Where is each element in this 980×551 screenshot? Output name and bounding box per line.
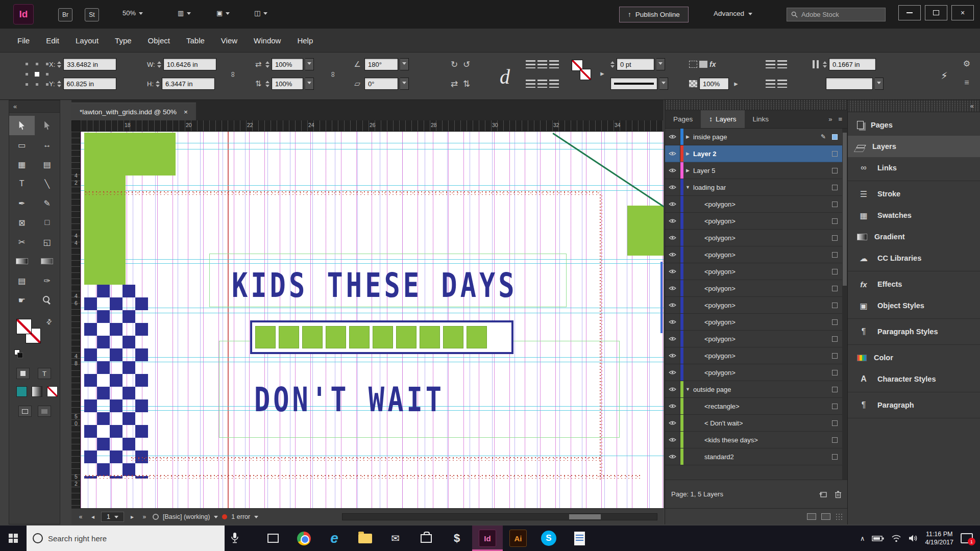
text-align-icon[interactable] bbox=[766, 80, 775, 88]
first-page-button[interactable]: « bbox=[77, 513, 85, 520]
align-icon[interactable] bbox=[526, 60, 535, 68]
free-transform-tool[interactable]: ◱ bbox=[35, 232, 60, 252]
constrain-dimensions-icon[interactable]: ∞ bbox=[229, 71, 238, 77]
scissors-tool[interactable]: ✂ bbox=[9, 232, 35, 252]
dock-collapse-icon[interactable]: « bbox=[970, 102, 974, 110]
taskbar-file-explorer[interactable] bbox=[350, 525, 380, 551]
target-box[interactable] bbox=[832, 202, 838, 207]
x-stepper[interactable] bbox=[57, 61, 61, 68]
target-box[interactable] bbox=[832, 420, 838, 426]
rotation-dropdown[interactable] bbox=[400, 58, 409, 70]
distribute-icon[interactable] bbox=[549, 80, 559, 88]
taskbar-money[interactable]: $ bbox=[442, 525, 472, 551]
scale-x-field[interactable]: 100% bbox=[272, 58, 303, 70]
layer-row-polygon[interactable]: <polygon> bbox=[665, 297, 843, 314]
tab-pages[interactable]: Pages bbox=[665, 110, 701, 128]
visibility-toggle[interactable] bbox=[665, 314, 680, 330]
pencil-tool[interactable]: ✎ bbox=[35, 193, 60, 213]
taskbar-store[interactable] bbox=[411, 525, 442, 551]
shear-dropdown[interactable] bbox=[400, 78, 409, 90]
scale-y-dropdown[interactable] bbox=[305, 78, 314, 90]
preview-mode-button[interactable] bbox=[38, 406, 51, 417]
shear-field[interactable]: 0° bbox=[364, 78, 398, 90]
resize-grip[interactable] bbox=[836, 513, 843, 520]
visibility-toggle[interactable] bbox=[665, 331, 680, 347]
gutter-stepper[interactable] bbox=[823, 61, 827, 68]
taskbar-skype[interactable]: S bbox=[533, 525, 564, 551]
speaker-icon[interactable] bbox=[909, 534, 918, 542]
arrange-documents-dropdown[interactable]: ◫ bbox=[254, 9, 267, 17]
pen-tool[interactable]: ✒ bbox=[9, 193, 35, 213]
dock-gradient[interactable]: Gradient bbox=[848, 226, 980, 247]
layer-row-standard2[interactable]: standard2 bbox=[665, 448, 843, 465]
layer-row-inside-page[interactable]: ▶inside page✎ bbox=[665, 129, 843, 145]
minimize-button[interactable] bbox=[898, 5, 921, 20]
battery-icon[interactable] bbox=[872, 535, 884, 542]
target-box[interactable] bbox=[832, 319, 838, 325]
wifi-icon[interactable] bbox=[891, 535, 901, 542]
stock-button[interactable]: St bbox=[85, 8, 99, 21]
frame-tool[interactable]: ⊠ bbox=[9, 213, 35, 232]
menu-view[interactable]: View bbox=[213, 36, 246, 45]
dock-layers[interactable]: Layers bbox=[848, 136, 980, 157]
stroke-style-dropdown[interactable] bbox=[659, 78, 668, 90]
opacity-field[interactable]: 100% bbox=[699, 78, 729, 90]
scale-y-field[interactable]: 100% bbox=[272, 78, 303, 90]
line-tool[interactable]: ╲ bbox=[35, 174, 60, 193]
rectangle-tool[interactable]: □ bbox=[35, 213, 60, 232]
align-icon[interactable] bbox=[549, 60, 559, 68]
start-button[interactable] bbox=[0, 525, 27, 551]
tab-close-icon[interactable]: × bbox=[184, 108, 188, 116]
target-box[interactable] bbox=[832, 303, 838, 308]
visibility-toggle[interactable] bbox=[665, 297, 680, 313]
formatting-affects-container-button[interactable] bbox=[16, 368, 30, 379]
visibility-toggle[interactable] bbox=[665, 246, 680, 263]
dock-drag-strip[interactable]: « bbox=[848, 100, 980, 112]
hand-tool[interactable]: ☛ bbox=[9, 290, 35, 310]
menu-type[interactable]: Type bbox=[107, 36, 140, 45]
target-box[interactable] bbox=[832, 252, 838, 258]
apply-color-button[interactable] bbox=[16, 386, 27, 397]
horizontal-ruler[interactable]: 182022242628303234 bbox=[81, 120, 664, 132]
content-collector-tool[interactable]: ▦ bbox=[9, 155, 35, 174]
distribute-icon[interactable] bbox=[526, 80, 535, 88]
visibility-toggle[interactable] bbox=[665, 162, 680, 179]
target-box[interactable] bbox=[832, 404, 838, 409]
layer-row-polygon[interactable]: <polygon> bbox=[665, 263, 843, 280]
note-tool[interactable]: ▤ bbox=[9, 271, 35, 290]
normal-view-mode-button[interactable] bbox=[18, 406, 32, 417]
drop-shadow-icon[interactable] bbox=[699, 61, 707, 68]
stroke-swatch[interactable] bbox=[580, 69, 591, 80]
target-box[interactable] bbox=[832, 134, 838, 140]
taskbar-illustrator[interactable]: Ai bbox=[503, 525, 533, 551]
gradient-swatch-tool[interactable] bbox=[9, 252, 35, 271]
align-icon[interactable] bbox=[537, 60, 547, 68]
visibility-toggle[interactable] bbox=[665, 230, 680, 246]
visibility-toggle[interactable] bbox=[665, 415, 680, 431]
panel-expand-icon[interactable]: » bbox=[828, 115, 832, 123]
taskbar-indesign[interactable]: Id bbox=[472, 525, 503, 551]
menu-window[interactable]: Window bbox=[246, 36, 289, 45]
taskbar-word-doc[interactable] bbox=[564, 525, 595, 551]
visibility-toggle[interactable] bbox=[665, 347, 680, 364]
visibility-toggle[interactable] bbox=[665, 381, 680, 397]
page-tool[interactable]: ▭ bbox=[9, 135, 35, 155]
visibility-toggle[interactable] bbox=[665, 213, 680, 229]
visibility-toggle[interactable] bbox=[665, 398, 680, 414]
maximize-button[interactable] bbox=[925, 5, 947, 20]
dock-paragraph-styles[interactable]: ¶Paragraph Styles bbox=[848, 321, 980, 342]
page-number-field[interactable]: 1 bbox=[101, 512, 124, 522]
vertical-ruler[interactable]: 424446485052 bbox=[71, 132, 81, 508]
rotation-field[interactable]: 180° bbox=[364, 58, 398, 70]
expand-arrow[interactable]: ▼ bbox=[683, 387, 692, 392]
menu-table[interactable]: Table bbox=[178, 36, 213, 45]
panel-menu-icon[interactable]: ≡ bbox=[838, 115, 842, 123]
content-placer-tool[interactable]: ▤ bbox=[35, 155, 60, 174]
ruler-origin[interactable] bbox=[71, 120, 81, 132]
visibility-toggle[interactable] bbox=[665, 145, 680, 162]
y-position-field[interactable]: 60.825 in bbox=[63, 78, 116, 90]
next-page-button[interactable]: ▸ bbox=[128, 513, 136, 520]
layer-row-polygon[interactable]: <polygon> bbox=[665, 364, 843, 381]
taskbar-edge[interactable]: e bbox=[319, 525, 350, 551]
target-box[interactable] bbox=[832, 370, 838, 375]
